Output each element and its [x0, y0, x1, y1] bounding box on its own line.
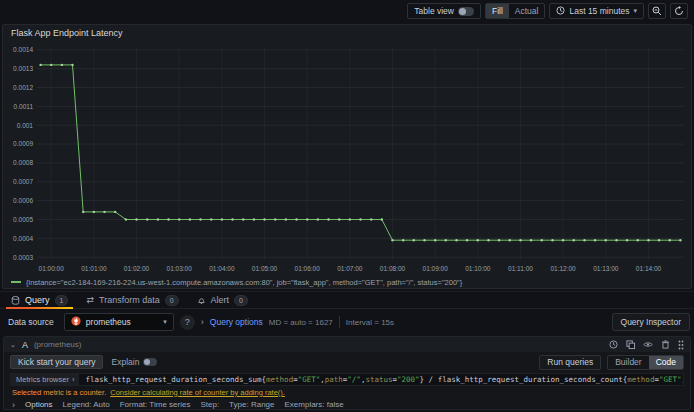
zoom-out-button[interactable]: [648, 3, 666, 19]
svg-text:0.0006: 0.0006: [13, 197, 33, 204]
svg-text:01:04:00: 01:04:00: [209, 265, 235, 272]
svg-text:01:06:00: 01:06:00: [295, 265, 321, 272]
svg-text:01:03:00: 01:03:00: [167, 265, 193, 272]
query-options-toggle[interactable]: Query options: [210, 317, 263, 327]
code-mode-button[interactable]: Code: [649, 356, 683, 369]
table-view-toggle[interactable]: Table view: [408, 4, 480, 18]
svg-text:01:08:00: 01:08:00: [380, 265, 406, 272]
kick-start-query-button[interactable]: Kick start your query: [10, 355, 103, 369]
options-step: Step:: [200, 400, 219, 409]
svg-text:01:00:00: 01:00:00: [39, 265, 65, 272]
datasource-selected-value: prometheus: [86, 317, 131, 327]
svg-text:0.001: 0.001: [17, 122, 34, 129]
tab-alert-badge: 0: [234, 295, 248, 306]
clock-icon: [556, 6, 565, 17]
query-ref-id: A: [22, 340, 28, 350]
chevron-down-icon[interactable]: ⌄: [10, 341, 16, 349]
tab-alert[interactable]: Alert 0: [188, 292, 257, 308]
time-range-picker[interactable]: Last 15 minutes ▾: [550, 4, 643, 18]
refresh-icon: [674, 2, 684, 20]
table-view-label: Table view: [414, 6, 454, 16]
svg-text:01:01:00: 01:01:00: [81, 265, 107, 272]
clock-icon[interactable]: [609, 340, 618, 349]
svg-text:01:14:00: 01:14:00: [636, 265, 662, 272]
max-data-points-value: MD = auto = 1627: [269, 318, 333, 327]
prometheus-logo-icon: [71, 316, 81, 328]
svg-text:0.0008: 0.0008: [13, 159, 33, 166]
svg-text:0.0011: 0.0011: [14, 103, 34, 110]
datasource-picker[interactable]: prometheus ▾: [64, 313, 174, 331]
svg-text:01:10:00: 01:10:00: [465, 265, 491, 272]
svg-text:01:09:00: 01:09:00: [423, 265, 449, 272]
svg-text:01:13:00: 01:13:00: [593, 265, 619, 272]
table-view-group: Table view: [407, 3, 481, 19]
query-toolbar: Kick start your query Explain Run querie…: [4, 352, 690, 372]
counter-warning: Selected metric is a counter. Consider c…: [4, 386, 690, 398]
warning-text: Selected metric is a counter.: [12, 388, 106, 397]
top-toolbar: Table view Fill Actual Last 15 minutes ▾: [0, 0, 694, 22]
run-queries-button[interactable]: Run queries: [539, 355, 601, 370]
tab-alert-label: Alert: [211, 295, 230, 305]
actual-button[interactable]: Actual: [509, 4, 545, 18]
chevron-right-icon[interactable]: ›: [12, 400, 15, 410]
series-color-key: [11, 281, 21, 283]
svg-text:01:12:00: 01:12:00: [550, 265, 576, 272]
time-picker-group: Last 15 minutes ▾: [549, 3, 644, 19]
query-code-editor[interactable]: Metrics browser › flask_http_request_dur…: [10, 373, 684, 386]
tab-query-badge: 1: [55, 295, 69, 306]
series-legend-label[interactable]: {instance="ec2-184-169-216-224.us-west-1…: [26, 278, 462, 287]
query-card: ⌄ A (prometheus): [3, 336, 691, 410]
drag-handle-icon[interactable]: [678, 340, 684, 350]
metrics-browser-button[interactable]: Metrics browser ›: [11, 374, 79, 385]
svg-text:01:07:00: 01:07:00: [337, 265, 363, 272]
builder-mode-button[interactable]: Builder: [608, 356, 648, 369]
svg-text:0.0007: 0.0007: [13, 178, 33, 185]
fill-button[interactable]: Fill: [486, 4, 509, 18]
query-row-actions: [609, 340, 684, 350]
warning-link[interactable]: Consider calculating rate of counter by …: [110, 388, 285, 397]
caret-down-icon: ▾: [633, 7, 637, 15]
duplicate-query-icon[interactable]: [626, 340, 635, 349]
svg-text:01:05:00: 01:05:00: [252, 265, 278, 272]
fill-actual-group: Fill Actual: [485, 3, 545, 19]
svg-text:01:02:00: 01:02:00: [124, 265, 150, 272]
tab-transform-badge: 0: [165, 295, 179, 306]
svg-text:0.0003: 0.0003: [13, 254, 33, 261]
options-type: Type: Range: [229, 400, 274, 409]
bell-icon: [197, 296, 206, 305]
svg-text:0.0013: 0.0013: [13, 65, 33, 72]
explain-switch[interactable]: [143, 358, 157, 366]
tab-transform[interactable]: ⇄ Transform data 0: [77, 292, 187, 308]
query-expression[interactable]: flask_http_request_duration_seconds_sum{…: [79, 375, 683, 384]
datasource-help-icon[interactable]: ?: [180, 315, 195, 330]
trash-icon[interactable]: [661, 340, 670, 349]
query-row-header[interactable]: ⌄ A (prometheus): [4, 337, 690, 352]
options-legend: Legend: Auto: [63, 400, 110, 409]
chevron-right-icon: ›: [72, 375, 75, 384]
table-view-switch[interactable]: [458, 7, 474, 16]
time-range-label: Last 15 minutes: [569, 6, 629, 16]
caret-down-icon: ▾: [163, 318, 167, 326]
tab-transform-label: Transform data: [99, 295, 160, 305]
query-inspector-button[interactable]: Query Inspector: [612, 313, 690, 331]
svg-text:0.0005: 0.0005: [13, 216, 33, 223]
builder-code-toggle: Builder Code: [607, 355, 684, 370]
latency-panel: Flask App Endpoint Latency 0.00030.00040…: [2, 24, 692, 289]
tab-query-label: Query: [25, 295, 50, 305]
tab-query[interactable]: Query 1: [2, 292, 77, 308]
query-datasource-name: (prometheus): [34, 340, 82, 349]
eye-icon[interactable]: [643, 340, 653, 349]
svg-text:0.0009: 0.0009: [13, 140, 33, 147]
datasource-row: Data source prometheus ▾ ? › Query optio…: [0, 310, 694, 334]
zoom-out-icon: [652, 2, 662, 20]
svg-text:0.0014: 0.0014: [13, 46, 33, 53]
explain-toggle[interactable]: Explain: [111, 357, 157, 367]
grafana-panel-edit-view: Table view Fill Actual Last 15 minutes ▾: [0, 0, 694, 412]
options-format: Format: Time series: [120, 400, 191, 409]
refresh-button[interactable]: [670, 3, 688, 19]
datasource-label: Data source: [4, 317, 58, 327]
options-label[interactable]: Options: [25, 400, 53, 409]
latency-chart[interactable]: 0.00030.00040.00050.00060.00070.00080.00…: [3, 41, 691, 275]
editor-tabs: Query 1 ⇄ Transform data 0 Alert 0: [0, 291, 694, 309]
chevron-right-icon: ›: [201, 317, 204, 327]
